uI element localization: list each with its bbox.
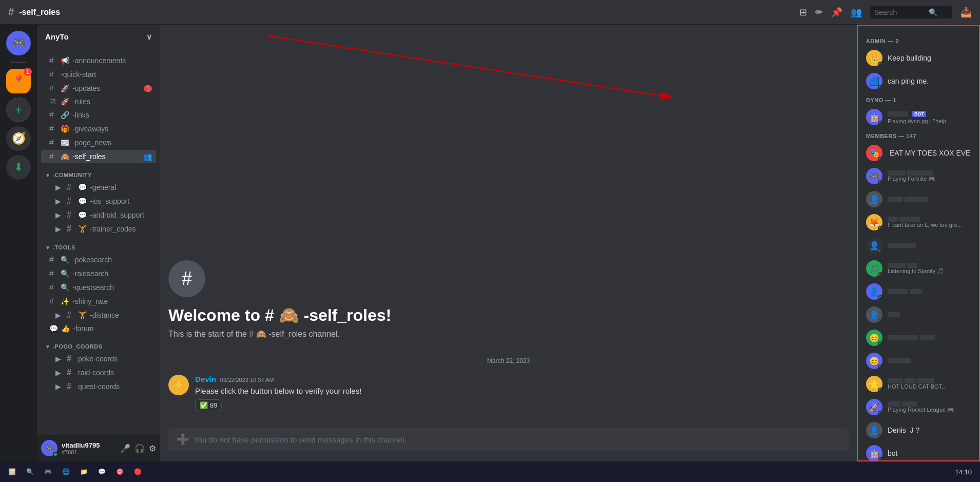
deafen-icon[interactable]: 🎧 xyxy=(134,444,145,453)
members-category-members: MEMBERS — 147 xyxy=(862,129,975,141)
pin-icon[interactable]: 📌 xyxy=(831,7,842,18)
taskbar-start[interactable]: 🪟 xyxy=(4,464,20,480)
members-icon[interactable]: 👥 xyxy=(851,7,862,18)
member-name xyxy=(888,378,971,383)
top-bar: # -self_roles ⊞ ✏ 📌 👥 🔍 📥 xyxy=(0,0,980,25)
channel-item-general[interactable]: ▶ # 💬 -general xyxy=(41,181,156,194)
category-pogo-label: -POGO_COORDS xyxy=(52,343,102,350)
member-item-rocket-league[interactable]: 🚀 Playing Rocket League 🎮 xyxy=(862,396,975,418)
server-icon-download[interactable]: ⬇ xyxy=(6,155,31,180)
server-icon-explore[interactable]: 🧭 xyxy=(6,126,31,151)
member-item-redacted2[interactable]: 👤 xyxy=(862,234,975,257)
member-info xyxy=(888,358,971,363)
add-message-icon[interactable]: ➕ xyxy=(177,433,189,446)
search-input[interactable] xyxy=(874,8,926,16)
search-box[interactable]: 🔍 xyxy=(870,6,952,18)
channel-item-raidsearch[interactable]: # 🔍 -raidsearch xyxy=(41,267,156,280)
channel-item-android-support[interactable]: ▶ # 💬 -android_support xyxy=(41,208,156,222)
server-icon-add[interactable]: + xyxy=(6,98,31,122)
member-activity: !! cant take an L, we too gre... xyxy=(888,222,971,228)
taskbar-app2[interactable]: 🔴 xyxy=(130,464,146,480)
username: vitadliu9795 xyxy=(62,441,116,449)
channel-item-forum[interactable]: 💬 👍 -forum xyxy=(41,322,156,335)
member-info: bot xyxy=(888,449,971,457)
channel-item-trainer-codes[interactable]: ▶ # 🏋 -trainer_codes xyxy=(41,222,156,236)
category-tools-label: -TOOLS xyxy=(52,244,75,250)
member-item-dyno[interactable]: 🤖 BOT Playing dyno.gg | ?help xyxy=(862,106,975,128)
channel-item-questsearch[interactable]: # 🔍 -questsearch xyxy=(41,281,156,294)
member-item-eatmytoes[interactable]: 🎭 EAT MY TOES XOX EVENTS xyxy=(862,142,975,164)
edit-icon[interactable]: ✏ xyxy=(815,7,823,18)
member-item-hotloud[interactable]: 🌟 HOT LOUD CAT BOT... xyxy=(862,373,975,395)
member-activity: HOT LOUD CAT BOT... xyxy=(888,383,971,390)
bot-badge: BOT xyxy=(912,111,926,117)
member-item-blueish[interactable]: 😊 xyxy=(862,350,975,372)
member-item-redacted4[interactable]: 👤 xyxy=(862,303,975,326)
member-item-denisj[interactable]: 👤 Denis_J ? xyxy=(862,419,975,441)
channel-item-pokesearch[interactable]: # 🔍 -pokesearch xyxy=(41,253,156,266)
channel-item-rules[interactable]: ☑ 🚀 -rules xyxy=(41,95,156,108)
message-header: Devin 03/22/2023 10:37 AM xyxy=(195,375,849,383)
reaction-button[interactable]: ✅ 89 xyxy=(195,399,222,411)
member-item-redacted1[interactable]: 👤 xyxy=(862,188,975,210)
channel-item-shiny-rate[interactable]: # ✨ -shiny_rate xyxy=(41,295,156,308)
server-icon-discord[interactable]: 🎮 xyxy=(6,31,31,55)
channel-item-raid-coords[interactable]: ▶ # raid-coords xyxy=(41,366,156,379)
member-name xyxy=(888,401,971,407)
members-sidebar: ADMIN — 2 👑 Keep building 🟦 can ping me. xyxy=(857,25,980,461)
category-tools[interactable]: ▼ -TOOLS xyxy=(37,236,160,253)
channel-item-ios-support[interactable]: ▶ # 💬 -ios_support xyxy=(41,195,156,208)
discriminator: #7801 xyxy=(62,449,116,455)
channel-item-updates[interactable]: # 🚀 -updates 1 xyxy=(41,82,156,95)
member-info: EAT MY TOES XOX EVENTS xyxy=(888,149,971,157)
message-author: Devin xyxy=(195,375,216,383)
member-info xyxy=(888,197,971,202)
member-activity: Playing dyno.gg | ?help xyxy=(888,118,971,124)
server-badge: 1 xyxy=(24,68,32,76)
taskbar-discord[interactable]: 🎮 xyxy=(40,464,56,480)
member-item-fortnite[interactable]: 🎮 Playing Fortnite 🎮 xyxy=(862,165,975,187)
channel-item-self-roles[interactable]: # 🙈 -self_roles 👥 xyxy=(41,150,156,163)
member-item-spotify[interactable]: 🎵 Listening to Spotify 🎵 xyxy=(862,257,975,280)
member-status-dot xyxy=(878,226,882,230)
updates-badge: 1 xyxy=(144,85,152,92)
member-item-redacted3[interactable]: 👤 xyxy=(862,280,975,303)
server-icon-anyto[interactable]: 📍 1 xyxy=(6,69,31,93)
category-community[interactable]: ▼ -COMMUNITY xyxy=(37,164,160,180)
chat-input-placeholder: You do not have permission to send messa… xyxy=(194,435,407,444)
channel-item-poke-coords[interactable]: ▶ # poke-coords xyxy=(41,352,156,365)
server-name-bar[interactable]: AnyTo ∨ xyxy=(37,25,160,49)
channel-item-announcements[interactable]: # 📢 -announcements xyxy=(41,54,156,67)
taskbar-chat[interactable]: 💬 xyxy=(94,464,110,480)
members-category-dyno: DYNO — 1 xyxy=(862,93,975,105)
category-pogo-coords[interactable]: ▼ -POGO_COORDS xyxy=(37,335,160,352)
taskbar-folder[interactable]: 📁 xyxy=(76,464,92,480)
member-status-dot xyxy=(878,434,882,438)
member-status-dot xyxy=(878,457,882,461)
member-status-dot xyxy=(878,121,882,125)
member-item-cantl[interactable]: 🦊 !! cant take an L, we too gre... xyxy=(862,211,975,234)
member-name: Keep building xyxy=(888,54,971,62)
channel-item-giveaways[interactable]: # 🎁 -giveaways xyxy=(41,122,156,136)
threads-icon[interactable]: ⊞ xyxy=(799,7,807,18)
channel-members-icon: 👥 xyxy=(143,152,152,161)
taskbar-browser[interactable]: 🌐 xyxy=(58,464,74,480)
user-status-dot xyxy=(53,452,58,457)
channel-item-pogo-news[interactable]: # 📰 -pogo_news xyxy=(41,136,156,149)
settings-icon[interactable]: ⚙ xyxy=(149,444,156,453)
member-item-bot[interactable]: 🤖 bot xyxy=(862,442,975,461)
taskbar-search[interactable]: 🔍 xyxy=(22,464,38,480)
channel-item-quick-start[interactable]: # -quick-start xyxy=(41,68,156,81)
member-status-dot xyxy=(878,62,882,66)
message-avatar: ⚡ xyxy=(168,375,189,395)
taskbar-app1[interactable]: 🎯 xyxy=(112,464,128,480)
inbox-icon[interactable]: 📥 xyxy=(960,7,972,18)
channel-item-links[interactable]: # 🔗 -links xyxy=(41,108,156,122)
member-item-greensmiley[interactable]: 😊 xyxy=(862,326,975,349)
channel-item-quest-coords[interactable]: ▶ # quest-coords xyxy=(41,380,156,393)
channel-item-distance[interactable]: ▶ # 🏋 -distance xyxy=(41,309,156,322)
member-item-keep-building[interactable]: 👑 Keep building xyxy=(862,47,975,69)
mute-icon[interactable]: 🎤 xyxy=(120,444,130,453)
member-item-can-ping[interactable]: 🟦 can ping me. xyxy=(862,70,975,92)
chat-input: ➕ You do not have permission to send mes… xyxy=(168,428,849,451)
